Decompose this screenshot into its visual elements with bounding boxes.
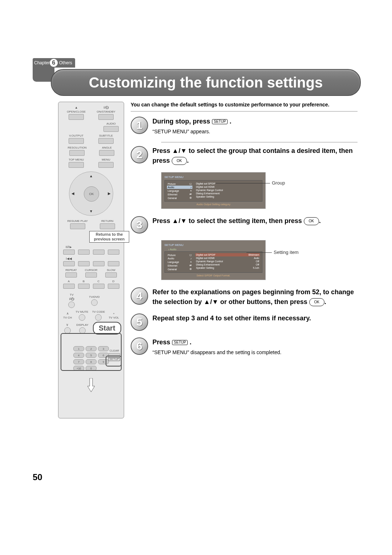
remote-label-voutput: V.OUTPUT [69, 134, 83, 137]
diagram-label-setting-item: Setting item [274, 250, 299, 255]
ok-button-icon: OK [304, 217, 319, 225]
diagram-label-group: Group [272, 180, 285, 186]
remote-label-subtitle: SUBTITLE [99, 134, 113, 137]
callout-start: Start [93, 322, 121, 335]
setup-button-icon: SETUP [212, 119, 228, 124]
step-1-note: “SETUP MENU” appears. [152, 128, 358, 135]
remote-label-clear: CLEAR [110, 349, 119, 352]
setup-menu-diagram-2: SETUP MENU ♪ Audio Picture◻Audio♪Languag… [161, 240, 266, 280]
step-number-2: 2 [131, 146, 148, 163]
step-5: 5 Repeat step 3 and 4 to set other items… [131, 313, 358, 331]
ok-button-icon: OK [309, 298, 324, 306]
remote-label-resumeplay: RESUME PLAY [67, 219, 87, 223]
step-3: 3 Press / to select the setting item, th… [131, 216, 358, 234]
remote-dpad: ▲ ◀ ▶ ▼ OK [69, 171, 113, 216]
page-number: 50 [33, 472, 42, 482]
step-number-1: 1 [131, 117, 148, 134]
remote-label-audio: AUDIO [106, 122, 115, 125]
chapter-number: 6 [50, 59, 58, 67]
down-arrow-icon [212, 298, 219, 305]
chapter-label: Chapter [34, 60, 50, 65]
remote-label-resolution: RESOLUTION [68, 146, 86, 149]
intro-text: You can change the default settings to c… [131, 102, 358, 108]
callout-return: Returns to the previous screen [89, 231, 129, 243]
step-6: 6 Press SETUP . “SETUP MENU” disappears … [131, 337, 358, 356]
step-number-6: 6 [131, 337, 148, 355]
step-6-note: “SETUP MENU” disappears and the setting … [152, 349, 358, 356]
remote-label-openclose: OPEN/CLOSE [67, 110, 86, 113]
remote-label-setup: SETUP [108, 357, 120, 361]
pointer-arrow-icon [87, 378, 95, 393]
remote-label-topmenu: TOP MENU [69, 158, 84, 161]
down-arrow-icon [180, 147, 187, 154]
step-1: 1 During stop, press SETUP . “SETUP MENU… [131, 117, 358, 135]
chapter-tab: Chapter 6 Others [33, 58, 75, 68]
remote-control-diagram: ▲OPEN/CLOSE I/⏻ON/STANDBY AUDIO V.OUTPUT… [58, 102, 124, 418]
remote-ok-button: OK [84, 186, 99, 202]
ok-button-icon: OK [172, 157, 187, 165]
setup-menu-diagram-1: SETUP MENU Picture◻Audio♪LanguageᴀEthern… [161, 172, 266, 209]
chapter-name: Others [59, 60, 72, 65]
down-arrow-icon [180, 217, 187, 224]
step-2: 2 Press / to select the group that conta… [131, 146, 358, 166]
page-title: Customizing the function settings [51, 69, 361, 96]
up-arrow-icon [204, 298, 210, 305]
step-number-3: 3 [131, 216, 148, 234]
step-number-4: 4 [131, 287, 148, 305]
remote-label-return: RETURN [101, 219, 113, 223]
up-arrow-icon [172, 217, 179, 224]
remote-label-menu: MENU [102, 158, 110, 161]
step-number-5: 5 [131, 313, 148, 331]
setup-button-icon: SETUP [172, 340, 188, 345]
remote-label-angle: ANGLE [102, 146, 112, 149]
step-4: 4 Refer to the explanations on pages beg… [131, 287, 358, 307]
up-arrow-icon [172, 147, 179, 154]
remote-label-onstandby: ON/STANDBY [97, 110, 115, 113]
